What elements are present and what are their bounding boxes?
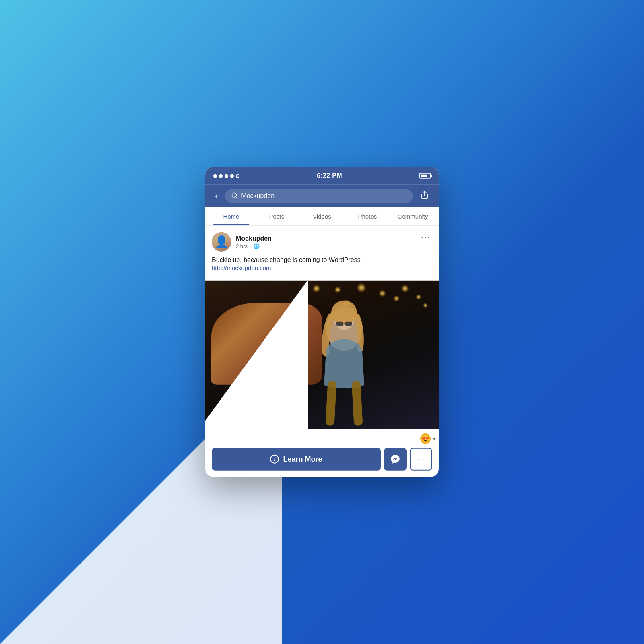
signal-dot-3 — [225, 174, 228, 178]
light-3 — [357, 283, 366, 293]
post-user-info: Mockupden 2 hrs · 🌐 — [212, 232, 272, 252]
privacy-icon: 🌐 — [253, 243, 260, 249]
learn-more-label: Learn More — [283, 455, 322, 464]
search-icon — [231, 192, 238, 200]
search-query: Mockupden — [241, 192, 275, 200]
share-button[interactable] — [417, 189, 432, 203]
avatar — [212, 232, 231, 252]
messenger-button[interactable] — [384, 448, 407, 471]
tab-bar: Home Posts Videos Photos Community — [205, 207, 439, 226]
light-1 — [312, 284, 320, 292]
reaction-emoji[interactable]: 😍 — [420, 433, 431, 444]
tab-photos[interactable]: Photos — [345, 207, 390, 225]
navigation-bar: ‹ Mockupden — [205, 185, 439, 207]
phone-screen: 6:22 PM ‹ Mockupden — [205, 167, 439, 477]
signal-dot-1 — [213, 174, 217, 178]
light-2 — [334, 287, 341, 293]
more-dots: ··· — [417, 455, 425, 464]
tab-posts[interactable]: Posts — [254, 207, 299, 225]
back-button[interactable]: ‹ — [212, 189, 221, 203]
battery-indicator — [419, 173, 431, 179]
post-more-button[interactable]: ··· — [419, 232, 432, 243]
post-text: Buckle up, because change is coming to W… — [212, 256, 432, 272]
post-header: Mockupden 2 hrs · 🌐 ··· — [212, 232, 432, 252]
reaction-bar: 😍 ▾ — [205, 429, 439, 448]
tab-community[interactable]: Community — [390, 207, 436, 225]
user-details: Mockupden 2 hrs · 🌐 — [236, 235, 272, 249]
action-bar: i Learn More ··· — [205, 448, 439, 477]
post-time: 2 hrs — [236, 243, 248, 249]
signal-dot-4 — [230, 174, 234, 178]
info-icon: i — [270, 455, 279, 464]
status-bar: 6:22 PM — [205, 167, 439, 185]
post-username: Mockupden — [236, 235, 272, 242]
post-caption: Buckle up, because change is coming to W… — [212, 256, 432, 264]
light-5 — [401, 284, 409, 292]
post-meta: 2 hrs · 🌐 — [236, 243, 272, 249]
battery-icon — [419, 173, 431, 179]
phone-mockup: 6:22 PM ‹ Mockupden — [205, 167, 439, 477]
search-bar[interactable]: Mockupden — [225, 189, 413, 203]
more-options-button[interactable]: ··· — [410, 448, 432, 471]
tab-videos[interactable]: Videos — [299, 207, 345, 225]
signal-dot-2 — [219, 174, 223, 178]
svg-point-5 — [331, 301, 357, 325]
svg-rect-6 — [336, 322, 343, 326]
reaction-dropdown[interactable]: ▾ — [433, 436, 436, 442]
svg-rect-7 — [345, 322, 352, 326]
learn-more-button[interactable]: i Learn More — [212, 448, 381, 471]
light-9 — [423, 303, 428, 308]
tab-home[interactable]: Home — [208, 207, 254, 225]
post-content: Mockupden 2 hrs · 🌐 ··· Buckle up, becau… — [205, 226, 439, 281]
diagonal-overlay — [205, 281, 308, 429]
battery-fill — [421, 175, 427, 177]
post-link[interactable]: http://mockupden.com — [212, 264, 271, 271]
signal-indicator — [213, 174, 239, 178]
dot-separator: · — [250, 243, 251, 249]
avatar-image — [212, 232, 231, 252]
status-time: 6:22 PM — [317, 172, 342, 180]
signal-dot-5 — [236, 174, 239, 178]
post-image — [205, 281, 439, 429]
photo-background — [205, 281, 439, 429]
svg-line-1 — [236, 196, 237, 198]
